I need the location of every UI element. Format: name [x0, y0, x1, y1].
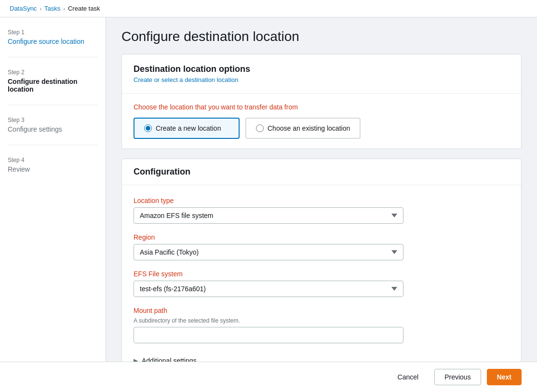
- radio-choose-existing-label: Choose an existing location: [268, 124, 350, 132]
- cancel-button[interactable]: Cancel: [388, 369, 429, 385]
- step-4-title: Review: [8, 165, 98, 173]
- step-1-label: Step 1: [8, 29, 98, 36]
- next-button[interactable]: Next: [487, 369, 522, 385]
- sidebar-step-1: Step 1 Configure source location: [8, 29, 98, 57]
- step-2-title: Configure destination location: [8, 78, 98, 93]
- mount-path-hint: A subdirectory of the selected file syst…: [134, 317, 510, 324]
- breadcrumb: DataSync › Tasks › Create task: [0, 0, 537, 17]
- radio-create-new-label: Create a new location: [156, 124, 221, 132]
- region-label: Region: [134, 233, 510, 241]
- efs-file-system-group: EFS File system test-efs (fs-2176a601): [134, 270, 510, 297]
- step-3-label: Step 3: [8, 117, 98, 123]
- sidebar-step-2: Step 2 Configure destination location: [8, 69, 98, 105]
- radio-options-group: Create a new location Choose an existing…: [134, 118, 510, 139]
- radio-create-new[interactable]: Create a new location: [134, 118, 240, 139]
- sidebar: Step 1 Configure source location Step 2 …: [0, 17, 106, 392]
- radio-choose-existing[interactable]: Choose an existing location: [245, 118, 361, 139]
- location-type-group: Location type Amazon EFS file system: [134, 197, 510, 224]
- mount-path-label: Mount path: [134, 307, 510, 314]
- main-content: Configure destination location Destinati…: [106, 17, 537, 392]
- destination-options-header: Destination location options Create or s…: [122, 54, 521, 94]
- efs-file-system-select[interactable]: test-efs (fs-2176a601): [134, 281, 403, 297]
- sidebar-step-3: Step 3 Configure settings: [8, 117, 98, 145]
- configuration-form: Location type Amazon EFS file system Reg…: [122, 185, 521, 380]
- mount-path-input[interactable]: [134, 327, 403, 343]
- location-type-label: Location type: [134, 197, 510, 204]
- radio-choose-existing-input[interactable]: [256, 124, 264, 132]
- region-select[interactable]: Asia Pacific (Tokyo): [134, 244, 403, 260]
- breadcrumb-datasync[interactable]: DataSync: [10, 5, 37, 12]
- step-3-title: Configure settings: [8, 125, 98, 133]
- step-4-label: Step 4: [8, 157, 98, 163]
- choice-text: Choose the location that you want to tra…: [134, 103, 510, 111]
- step-2-label: Step 2: [8, 69, 98, 76]
- previous-button[interactable]: Previous: [434, 369, 481, 385]
- destination-options-title: Destination location options: [134, 64, 510, 74]
- breadcrumb-tasks[interactable]: Tasks: [44, 5, 60, 12]
- sidebar-step-4: Step 4 Review: [8, 157, 98, 185]
- mount-path-group: Mount path A subdirectory of the selecte…: [134, 307, 510, 343]
- footer: Cancel Previous Next: [0, 362, 537, 392]
- location-type-select[interactable]: Amazon EFS file system: [134, 207, 403, 224]
- page-title: Configure destination location: [121, 29, 522, 44]
- step-1-title[interactable]: Configure source location: [8, 38, 98, 45]
- radio-create-new-input[interactable]: [144, 124, 152, 132]
- region-group: Region Asia Pacific (Tokyo): [134, 233, 510, 260]
- efs-file-system-label: EFS File system: [134, 270, 510, 278]
- destination-options-subtitle: Create or select a destination location: [134, 76, 510, 83]
- configuration-card: Configuration Location type Amazon EFS f…: [121, 159, 522, 380]
- breadcrumb-sep-1: ›: [40, 6, 41, 12]
- breadcrumb-create-task: Create task: [68, 5, 100, 12]
- breadcrumb-sep-2: ›: [63, 6, 65, 12]
- destination-options-body: Choose the location that you want to tra…: [122, 94, 521, 149]
- configuration-title: Configuration: [122, 159, 521, 185]
- destination-options-card: Destination location options Create or s…: [121, 54, 522, 149]
